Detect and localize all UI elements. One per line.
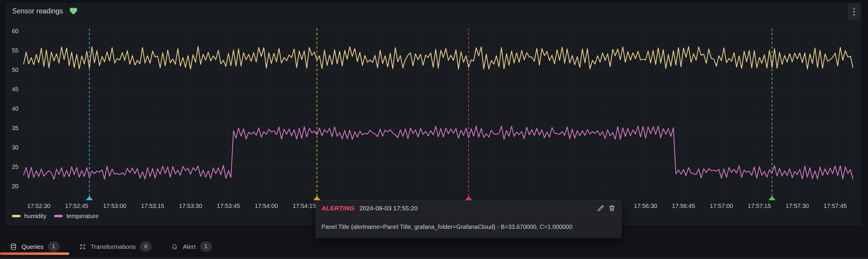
x-axis-label: 17:53:45 — [217, 203, 240, 209]
chart-legend: humidity temperature — [12, 211, 98, 221]
temperature-line — [24, 126, 853, 179]
x-axis-label: 17:57:00 — [710, 203, 733, 209]
y-axis-label: 35 — [12, 125, 19, 131]
annotation-timestamp: 2024-09-03 17:55:20 — [360, 205, 417, 212]
x-axis-label: 17:53:00 — [103, 203, 126, 209]
annotation-tooltip-header: ALERTING 2024-09-03 17:55:20 — [316, 200, 621, 216]
x-axis-label: 17:57:30 — [786, 203, 809, 209]
annotation-tooltip: ALERTING 2024-09-03 17:55:20 — [316, 200, 621, 238]
editor-tab-bar: Queries 1 Transformations 0 — [0, 238, 221, 255]
y-axis-label: 40 — [12, 105, 19, 112]
legend-item-humidity[interactable]: humidity — [12, 213, 46, 220]
active-tab-indicator — [0, 253, 69, 255]
annotation-marker-icon[interactable] — [86, 196, 93, 200]
annotation-text: Panel Title {alertname=Panel Title, graf… — [316, 216, 621, 238]
y-axis-label: 45 — [12, 86, 19, 93]
x-axis-label: 17:52:45 — [65, 203, 88, 209]
legend-label: temperature — [66, 213, 98, 220]
y-axis-label: 55 — [12, 47, 19, 54]
database-icon — [9, 243, 17, 251]
tab-badge: 0 — [140, 241, 152, 252]
y-axis-label: 60 — [12, 28, 19, 34]
tab-label: Alert — [183, 243, 195, 250]
annotation-marker-icon[interactable] — [768, 196, 775, 200]
delete-annotation-button[interactable] — [608, 204, 616, 212]
x-axis-label: 17:54:15 — [292, 203, 316, 209]
tab-alert[interactable]: Alert 1 — [161, 238, 221, 255]
tab-label: Queries — [22, 243, 43, 250]
trash-icon — [608, 204, 616, 212]
legend-label: humidity — [24, 213, 46, 220]
x-axis-label: 17:52:30 — [27, 203, 51, 209]
tab-badge: 1 — [48, 241, 60, 252]
y-axis-label: 20 — [12, 183, 19, 190]
y-axis-label: 25 — [12, 163, 19, 170]
tab-badge: 1 — [200, 241, 212, 252]
humidity-swatch-icon — [12, 215, 21, 217]
y-axis-label: 30 — [12, 144, 19, 151]
tab-queries[interactable]: Queries 1 — [0, 238, 69, 255]
legend-item-temperature[interactable]: temperature — [54, 213, 98, 220]
edit-annotation-button[interactable] — [597, 204, 604, 212]
pencil-icon — [597, 204, 604, 212]
x-axis-label: 17:54:00 — [255, 203, 278, 209]
x-axis-label: 17:56:45 — [672, 203, 695, 209]
x-axis-label: 17:57:45 — [824, 203, 847, 209]
annotation-marker-icon[interactable] — [465, 196, 472, 200]
x-axis-label: 17:57:15 — [748, 203, 771, 209]
grafana-panel-editor: Sensor readings 60555045403530252017:52:… — [0, 0, 868, 259]
tab-transformations[interactable]: Transformations 0 — [69, 238, 161, 255]
tab-label: Transformations — [91, 243, 136, 250]
x-axis-label: 17:56:30 — [634, 203, 657, 209]
alert-state-label: ALERTING — [321, 205, 354, 212]
temperature-swatch-icon — [54, 215, 63, 217]
annotation-marker-icon[interactable] — [313, 196, 320, 200]
x-axis-label: 17:53:15 — [141, 203, 164, 209]
x-axis-label: 17:53:30 — [179, 203, 202, 209]
y-axis-label: 50 — [12, 67, 19, 73]
process-arrows-icon — [79, 243, 87, 251]
bell-icon — [171, 243, 179, 251]
humidity-line — [24, 46, 853, 69]
